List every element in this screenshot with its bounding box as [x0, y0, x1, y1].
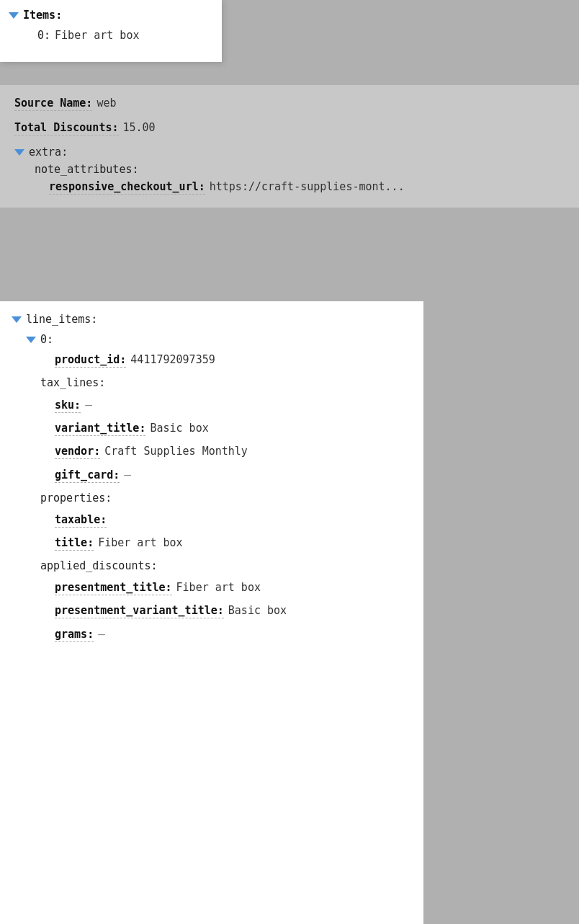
item-0-row: 0: Fiber art box: [9, 29, 210, 42]
source-name-value: web: [96, 97, 116, 110]
total-discounts-label: Total Discounts:: [14, 121, 119, 136]
extra-label: extra:: [29, 146, 68, 159]
properties-label: properties:: [40, 492, 112, 505]
product-id-label: product_id:: [55, 353, 126, 368]
items-header-row: Items:: [9, 9, 210, 22]
title-value: Fiber art box: [98, 536, 182, 549]
responsive-checkout-url-row: responsive_checkout_url: https://craft-s…: [14, 180, 562, 195]
note-attributes-label: note_attributes:: [35, 163, 139, 176]
presentment-variant-title-label: presentment_variant_title:: [55, 604, 224, 618]
source-name-row: Source Name: web: [14, 97, 562, 111]
properties-row: properties:: [12, 492, 409, 505]
sku-row: sku: —: [12, 398, 409, 413]
variant-title-row: variant_title: Basic box: [12, 422, 409, 436]
extra-row: extra:: [14, 146, 562, 159]
presentment-variant-title-value: Basic box: [228, 604, 287, 617]
presentment-title-value: Fiber art box: [176, 581, 261, 594]
gift-card-value: —: [124, 468, 131, 481]
line-items-row: line_items:: [12, 313, 409, 326]
index-0-collapse-icon[interactable]: [26, 337, 36, 343]
index-0-label: 0:: [40, 333, 53, 346]
product-id-row: product_id: 4411792097359: [12, 353, 409, 368]
grams-label: grams:: [55, 628, 94, 642]
items-label: Items:: [23, 9, 62, 22]
product-id-value: 4411792097359: [130, 353, 215, 366]
gift-card-row: gift_card: —: [12, 468, 409, 483]
variant-title-label: variant_title:: [55, 422, 145, 436]
extra-collapse-icon[interactable]: [14, 149, 24, 156]
responsive-checkout-url-value: https://craft-supplies-mont...: [210, 180, 405, 193]
line-items-label: line_items:: [26, 313, 97, 326]
variant-title-value: Basic box: [150, 422, 208, 435]
presentment-title-label: presentment_title:: [55, 581, 172, 595]
main-panel: line_items: 0: product_id: 4411792097359…: [0, 301, 423, 924]
sku-label: sku:: [55, 399, 81, 413]
gift-card-label: gift_card:: [55, 468, 120, 483]
taxable-row: taxable:: [12, 513, 409, 528]
applied-discounts-label: applied_discounts:: [40, 559, 158, 572]
taxable-label: taxable:: [55, 513, 107, 528]
total-discounts-row: Total Discounts: 15.00: [14, 121, 562, 136]
item-0-value: Fiber art box: [55, 29, 139, 42]
total-discounts-value: 15.00: [123, 121, 156, 134]
note-attributes-row: note_attributes:: [14, 163, 562, 176]
index-0-row: 0:: [12, 333, 409, 346]
tax-lines-row: tax_lines:: [12, 376, 409, 389]
tax-lines-label: tax_lines:: [40, 376, 105, 389]
line-items-collapse-icon[interactable]: [12, 316, 22, 323]
vendor-row: vendor: Craft Supplies Monthly: [12, 445, 409, 459]
middle-section: Source Name: web Total Discounts: 15.00 …: [0, 85, 579, 208]
presentment-variant-title-row: presentment_variant_title: Basic box: [12, 604, 409, 618]
items-collapse-icon[interactable]: [9, 12, 19, 19]
responsive-checkout-url-label: responsive_checkout_url:: [49, 180, 205, 195]
vendor-label: vendor:: [55, 445, 100, 459]
applied-discounts-row: applied_discounts:: [12, 559, 409, 572]
grams-row: grams: —: [12, 627, 409, 642]
sku-value: —: [85, 398, 92, 412]
grams-value: —: [98, 627, 105, 641]
vendor-value: Craft Supplies Monthly: [104, 445, 248, 458]
presentment-title-row: presentment_title: Fiber art box: [12, 581, 409, 595]
title-label: title:: [55, 536, 94, 551]
title-row: title: Fiber art box: [12, 536, 409, 551]
items-panel: Items: 0: Fiber art box: [0, 0, 222, 62]
source-name-label: Source Name:: [14, 97, 92, 111]
item-0-index: 0:: [37, 29, 50, 42]
gray-right-bg: [423, 301, 579, 924]
